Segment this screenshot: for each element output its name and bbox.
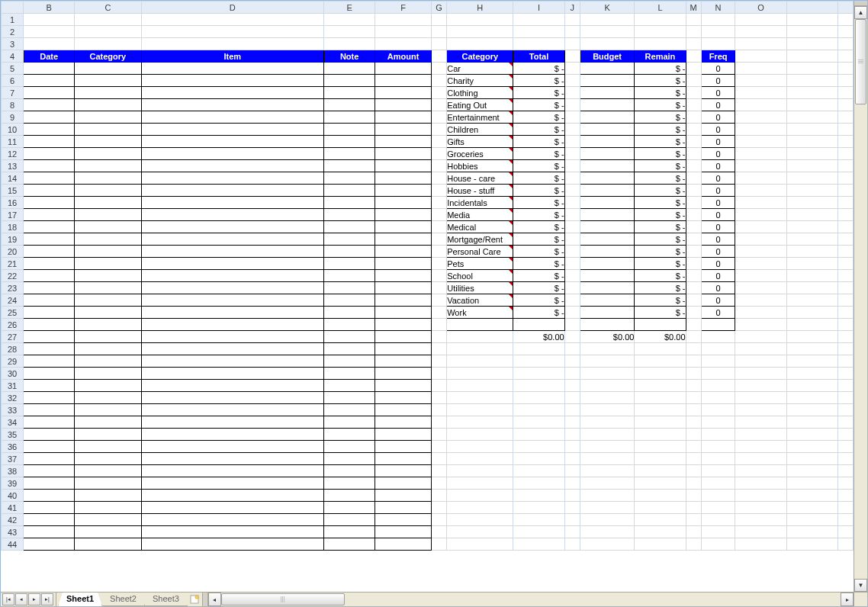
cell[interactable] [786, 124, 837, 136]
column-header[interactable]: K [580, 2, 635, 14]
cell[interactable] [686, 50, 701, 63]
cell[interactable] [75, 172, 141, 185]
cell[interactable] [701, 526, 735, 538]
hscroll-track[interactable] [221, 593, 841, 606]
cell[interactable] [75, 99, 141, 111]
cell[interactable] [786, 233, 837, 246]
cell[interactable] [686, 99, 701, 111]
cell[interactable] [735, 99, 786, 111]
cell[interactable] [564, 502, 580, 514]
cell[interactable] [24, 87, 75, 99]
cell[interactable]: House - care [447, 172, 513, 185]
cell[interactable] [735, 75, 786, 87]
cell[interactable] [24, 258, 75, 270]
cell[interactable]: 0 [701, 172, 735, 185]
cell[interactable] [786, 99, 837, 111]
cell[interactable] [580, 453, 635, 465]
cell[interactable] [447, 404, 513, 416]
cell[interactable] [141, 477, 324, 490]
cell[interactable]: Item [141, 50, 324, 63]
row-header[interactable]: 4 [2, 50, 24, 63]
cell[interactable] [564, 331, 580, 343]
cell[interactable] [75, 38, 141, 50]
cell[interactable] [786, 355, 837, 368]
cell[interactable] [513, 392, 564, 404]
column-header[interactable]: F [375, 2, 432, 14]
cell[interactable] [432, 453, 447, 465]
cell[interactable] [324, 538, 375, 551]
row-header[interactable]: 8 [2, 99, 24, 111]
cell[interactable] [837, 538, 853, 551]
cell[interactable] [513, 477, 564, 490]
cell[interactable] [564, 124, 580, 136]
cell[interactable] [837, 246, 853, 258]
cell[interactable] [75, 538, 141, 551]
cell[interactable] [24, 270, 75, 282]
cell[interactable] [141, 124, 324, 136]
cell[interactable]: Remain [635, 50, 686, 63]
cell[interactable] [432, 14, 447, 26]
cell[interactable]: $ - [513, 294, 564, 307]
cell[interactable] [324, 124, 375, 136]
cell[interactable]: $ - [635, 197, 686, 209]
cell[interactable] [701, 380, 735, 392]
cell[interactable] [513, 404, 564, 416]
cell[interactable] [580, 63, 635, 75]
cell[interactable] [447, 319, 513, 331]
cell[interactable] [141, 307, 324, 319]
cell[interactable]: $ - [635, 63, 686, 75]
cell[interactable] [837, 514, 853, 526]
cell[interactable] [837, 343, 853, 355]
cell[interactable]: 0 [701, 160, 735, 172]
cell[interactable] [447, 416, 513, 429]
cell[interactable] [432, 319, 447, 331]
cell[interactable] [735, 453, 786, 465]
new-sheet-button[interactable] [187, 593, 202, 606]
cell[interactable]: 0 [701, 148, 735, 160]
cell[interactable] [75, 392, 141, 404]
row-header[interactable]: 44 [2, 538, 24, 551]
cell[interactable] [24, 538, 75, 551]
cell[interactable] [564, 294, 580, 307]
cell[interactable]: $ - [635, 99, 686, 111]
cell[interactable]: 0 [701, 258, 735, 270]
cell[interactable]: Category [447, 50, 513, 63]
cell[interactable] [75, 63, 141, 75]
cell[interactable] [837, 502, 853, 514]
horizontal-scrollbar[interactable]: ◂ ▸ [208, 593, 867, 606]
cell[interactable] [735, 380, 786, 392]
cell[interactable] [635, 465, 686, 477]
cell[interactable] [580, 319, 635, 331]
cell[interactable] [75, 307, 141, 319]
cell[interactable] [786, 526, 837, 538]
cell[interactable] [432, 26, 447, 38]
cell[interactable] [786, 416, 837, 429]
cell[interactable] [580, 490, 635, 502]
cell[interactable] [564, 209, 580, 221]
cell[interactable] [686, 209, 701, 221]
cell[interactable] [564, 221, 580, 233]
row-header[interactable]: 43 [2, 526, 24, 538]
cell[interactable] [686, 124, 701, 136]
cell[interactable] [580, 307, 635, 319]
cell[interactable] [837, 477, 853, 490]
cell[interactable] [24, 185, 75, 197]
cell[interactable] [324, 319, 375, 331]
cell[interactable] [141, 514, 324, 526]
cell[interactable] [432, 50, 447, 63]
cell[interactable] [447, 14, 513, 26]
cell[interactable] [324, 258, 375, 270]
cell[interactable] [786, 368, 837, 380]
cell[interactable]: 0 [701, 294, 735, 307]
cell[interactable]: Date [24, 50, 75, 63]
cell[interactable] [735, 26, 786, 38]
cell[interactable] [324, 63, 375, 75]
cell[interactable]: 0 [701, 282, 735, 294]
cell[interactable] [580, 14, 635, 26]
cell[interactable] [432, 99, 447, 111]
row-header[interactable]: 34 [2, 416, 24, 429]
column-header[interactable]: N [701, 2, 735, 14]
cell[interactable] [75, 465, 141, 477]
cell[interactable] [75, 331, 141, 343]
cell[interactable]: $ - [513, 63, 564, 75]
